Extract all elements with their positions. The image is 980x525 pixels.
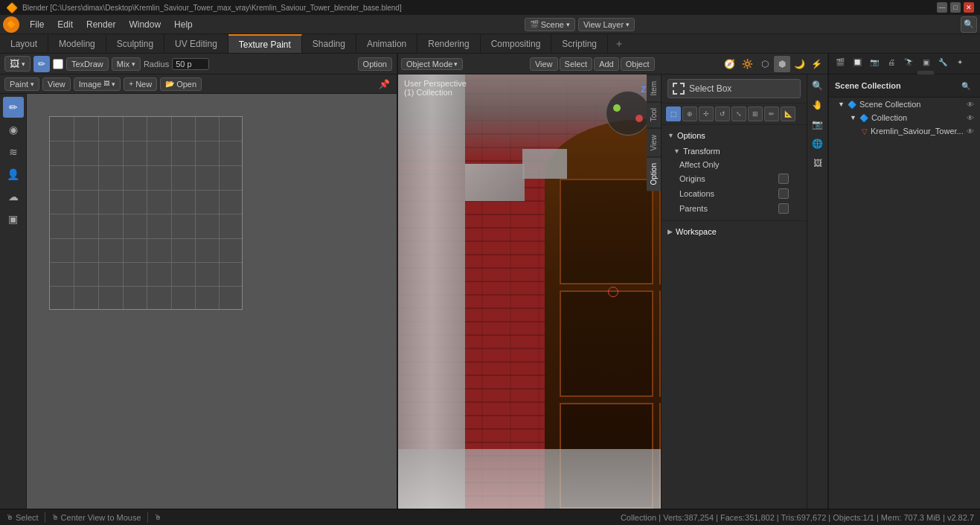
viewport-overlay-btn[interactable]: 🔆 [739, 56, 755, 72]
object-mode-dropdown[interactable]: Object Mode ▾ [401, 58, 463, 70]
add-workspace-button[interactable]: ＋ [608, 34, 630, 54]
sc-item-collection[interactable]: ▼ 🔷 Collection 👁 [829, 111, 980, 124]
tab-compositing[interactable]: Compositing [481, 34, 552, 53]
viewport-view-menu[interactable]: View [530, 57, 558, 71]
parents-checkbox[interactable] [778, 203, 789, 214]
window-buttons: — □ ✕ [937, 2, 974, 13]
viewport-right-tools: 🔍 🤚 📷 🌐 🖼 [807, 74, 827, 509]
vp-zoom-in-btn[interactable]: 🔍 [810, 77, 826, 94]
n-tab-view[interactable]: View [647, 128, 661, 157]
menu-window[interactable]: Window [123, 18, 167, 31]
tool-icon-annotate[interactable]: ✏ [764, 106, 779, 121]
vp-hand-btn[interactable]: 🤚 [810, 97, 826, 113]
sc-eye-kremlin[interactable]: 👁 [967, 127, 974, 136]
option-btn[interactable]: Option [358, 57, 392, 71]
tool-fill[interactable]: ≋ [3, 141, 24, 162]
prop-icon-render[interactable]: 📷 [866, 54, 883, 70]
menu-render[interactable]: Render [80, 18, 121, 31]
viewport-gizmo-btn[interactable]: 🧭 [721, 56, 737, 72]
tab-shading[interactable]: Shading [302, 34, 356, 53]
locations-row: Locations [662, 186, 807, 201]
tab-modeling[interactable]: Modeling [48, 34, 106, 53]
prop-icon-particles[interactable]: ✦ [952, 54, 968, 70]
brush-name-label: TexDraw [71, 60, 103, 69]
options-header[interactable]: ▼ Options [662, 128, 807, 143]
minimize-button[interactable]: — [937, 2, 947, 13]
tool-clone[interactable]: ☁ [3, 186, 24, 207]
prop-icon-scene[interactable]: 🎬 [832, 54, 848, 70]
sc-eye-coll[interactable]: 👁 [967, 114, 974, 122]
shading-solid-btn[interactable]: ⬢ [774, 56, 790, 72]
select-box-btn[interactable]: Select Box [667, 79, 801, 98]
viewport-add-menu[interactable]: Add [594, 57, 619, 71]
menu-file[interactable]: File [24, 18, 50, 31]
tool-smear[interactable]: ◉ [3, 119, 24, 140]
tool-icon-measure[interactable]: 📐 [781, 106, 795, 121]
tool-icon-select[interactable]: ⬚ [666, 106, 681, 121]
brush-name-btn[interactable]: TexDraw [66, 57, 109, 71]
tool-icon-transform[interactable]: ⊞ [748, 106, 763, 121]
paint-menu-btn[interactable]: Paint ▾ [4, 77, 39, 91]
shading-wireframe-btn[interactable]: ⬡ [757, 56, 773, 72]
close-button[interactable]: ✕ [964, 2, 974, 13]
origins-checkbox[interactable] [778, 174, 789, 184]
n-tab-tool[interactable]: Tool [647, 101, 661, 127]
tab-layout[interactable]: Layout [0, 34, 48, 53]
tool-mask[interactable]: 👤 [3, 164, 24, 185]
shading-eevee-btn[interactable]: ⚡ [808, 56, 824, 72]
menu-help[interactable]: Help [168, 18, 199, 31]
open-btn[interactable]: 📂 Open [160, 77, 202, 91]
transform-header[interactable]: ▼ Transform [662, 144, 807, 158]
tool-sample[interactable]: ▣ [3, 209, 24, 229]
n-tab-option[interactable]: Option [647, 156, 661, 191]
search-button[interactable]: 🔍 [961, 16, 977, 33]
menu-edit[interactable]: Edit [51, 18, 79, 31]
prop-icon-modifiers[interactable]: 🔧 [935, 54, 951, 70]
shading-rendered-btn[interactable]: 🌙 [791, 56, 807, 72]
scene-selector[interactable]: 🎬 Scene ▾ [525, 18, 575, 31]
vp-world-btn[interactable]: 🌐 [810, 136, 826, 152]
editor-type-button[interactable]: 🖼 ▾ [4, 56, 31, 71]
uv-canvas[interactable] [27, 94, 397, 509]
prop-icon-view[interactable]: 🔭 [900, 54, 917, 70]
sc-item-kremlin[interactable]: ▽ Kremlin_Saviour_Tower... 👁 [829, 124, 980, 138]
tab-scripting[interactable]: Scripting [551, 34, 608, 53]
tool-icon-rotate[interactable]: ↺ [715, 106, 730, 121]
pin-btn[interactable]: 📌 [376, 76, 392, 92]
viewport-3d[interactable]: User Perspective (1) Collection Z 🔍 🤚 📷 … [398, 74, 827, 509]
n-tab-item[interactable]: Item [647, 74, 661, 101]
tab-texture-paint[interactable]: Texture Paint [228, 34, 302, 53]
tab-sculpting[interactable]: Sculpting [106, 34, 164, 53]
sc-eye-scene[interactable]: 👁 [967, 101, 974, 109]
tab-animation[interactable]: Animation [356, 34, 417, 53]
new-btn[interactable]: + New [124, 77, 157, 91]
radius-input[interactable] [172, 58, 209, 70]
tab-rendering[interactable]: Rendering [417, 34, 480, 53]
prop-icon-output[interactable]: 🖨 [883, 54, 900, 70]
prop-icon-object[interactable]: ▣ [917, 54, 934, 70]
sc-item-scene-collection[interactable]: ▼ 🔷 Scene Collection 👁 [829, 98, 980, 111]
viewport-select-menu[interactable]: Select [560, 57, 593, 71]
view-menu-btn[interactable]: View [42, 77, 71, 91]
maximize-button[interactable]: □ [950, 2, 961, 13]
vp-render-btn[interactable]: 🖼 [810, 155, 826, 171]
workspace-tabs: Layout Modeling Sculpting UV Editing Tex… [0, 34, 980, 54]
viewport-object-menu[interactable]: Object [621, 57, 655, 71]
blend-mode-btn[interactable]: Mix ▾ [112, 57, 141, 71]
affect-only-label: Affect Only [679, 160, 720, 169]
tool-icon-move[interactable]: ✢ [699, 106, 714, 121]
vp-camera-btn[interactable]: 📷 [810, 116, 826, 133]
locations-checkbox[interactable] [778, 188, 789, 199]
draw-tool[interactable]: ✏ [33, 56, 50, 72]
tool-draw[interactable]: ✏ [3, 97, 24, 118]
tool-icon-cursor[interactable]: ⊕ [682, 106, 697, 121]
prop-icon-renderlayer[interactable]: 🔲 [849, 54, 865, 70]
workspace-header[interactable]: ▶ Workspace [662, 224, 807, 239]
view-layer-selector[interactable]: View Layer ▾ [578, 18, 635, 31]
color-swatch[interactable] [53, 59, 63, 69]
tool-icon-scale[interactable]: ⤡ [731, 106, 746, 121]
tab-uv-editing[interactable]: UV Editing [164, 34, 228, 53]
stone-bracket-right [522, 149, 567, 179]
sc-filter-btn[interactable]: 🔍 [958, 77, 974, 94]
image-menu-btn[interactable]: Image 🖼 ▾ [74, 77, 121, 91]
